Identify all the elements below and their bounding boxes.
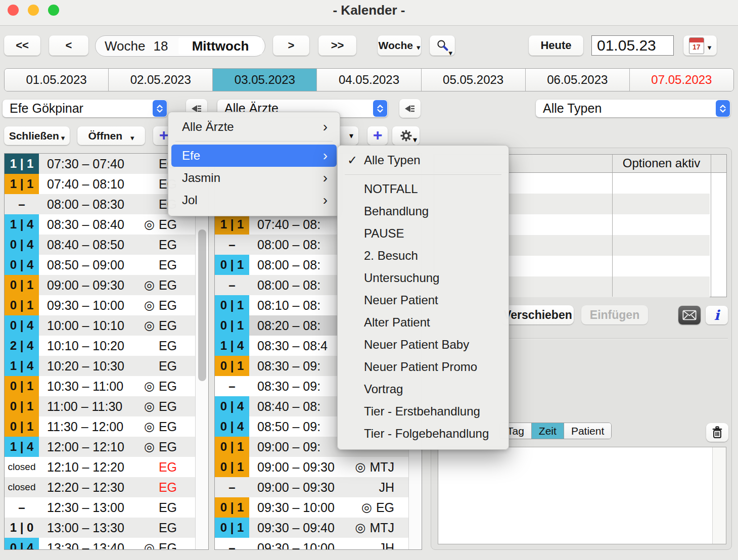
menu-item-jasmin[interactable]: Jasmin› xyxy=(171,167,337,189)
date-tab[interactable]: 02.05.2023 xyxy=(109,69,213,91)
today-label: Heute xyxy=(540,39,571,52)
date-tab[interactable]: 05.05.2023 xyxy=(422,69,526,91)
slot-count-badge: 1 | 0 xyxy=(5,518,39,538)
slot-row[interactable]: 1 | 412:00 – 12:10◎EG xyxy=(5,437,195,457)
slot-row[interactable]: 0 | 109:30 – 09:40◎MTJ xyxy=(215,518,408,538)
detail-list-area[interactable] xyxy=(438,447,726,544)
menu-item-tier-folgebehandlung[interactable]: Tier - Folgebehandlung xyxy=(341,423,505,445)
date-tab-bar: 01.05.202302.05.202303.05.202304.05.2023… xyxy=(4,68,734,91)
menu-item-neuer-patient[interactable]: Neuer Patient xyxy=(341,289,505,311)
slot-row[interactable]: 0 | 413:30 – 13:40◎EG xyxy=(5,538,195,550)
scrollbar-thumb[interactable] xyxy=(198,229,206,381)
checkmark-icon: ✓ xyxy=(341,153,364,167)
slot-row[interactable]: closed12:20 – 12:30EG xyxy=(5,477,195,497)
prev-day-button[interactable]: < xyxy=(49,35,88,56)
slot-row[interactable]: 2 | 410:10 – 10:20EG xyxy=(5,336,195,356)
room-label: EG xyxy=(159,480,177,495)
type-filter-popup[interactable]: Alle Typen xyxy=(536,100,730,117)
menu-item-untersuchung[interactable]: Untersuchung xyxy=(341,267,505,289)
bullseye-icon: ◎ xyxy=(144,440,155,454)
menu-item-notfall[interactable]: NOTFALL xyxy=(341,178,505,200)
menu-item-efe[interactable]: Efe› xyxy=(171,145,337,167)
slot-row[interactable]: –09:30 – 10:00JH xyxy=(215,538,408,550)
menu-item-vortrag[interactable]: Vortrag xyxy=(341,378,505,400)
slot-time: 11:30 – 12:00 xyxy=(47,419,123,434)
slot-row[interactable]: 1 | 408:30 – 08:40◎EG xyxy=(5,214,195,235)
menu-item-neuer-patient-promo[interactable]: Neuer Patient Promo xyxy=(341,356,505,378)
settings-button[interactable]: ▾ xyxy=(392,126,420,145)
add-slot-button-2[interactable]: + xyxy=(367,126,388,145)
next-day-button[interactable]: > xyxy=(273,35,309,56)
search-button[interactable]: ▾ xyxy=(430,35,455,56)
prev-week-button[interactable]: << xyxy=(4,35,40,56)
slot-row[interactable]: 1 | 410:20 – 10:30EG xyxy=(5,356,195,376)
slot-row[interactable]: 1 | 107:40 – 08:10EG xyxy=(5,174,195,194)
room-label: EG xyxy=(159,359,177,374)
slot-row-right: ◎EG xyxy=(144,419,195,434)
slot-count-badge: 0 | 1 xyxy=(215,497,249,518)
week-view-dropdown[interactable]: Woche ▾ xyxy=(378,35,421,56)
menu-item-alter-patient[interactable]: Alter Patient xyxy=(341,311,505,334)
today-button[interactable]: Heute xyxy=(529,35,583,56)
date-tab[interactable]: 01.05.2023 xyxy=(5,69,109,91)
slot-row[interactable]: 1 | 107:30 – 07:40EG xyxy=(5,154,195,174)
menu-item-jol[interactable]: Jol› xyxy=(171,189,337,211)
slot-row-right: ◎EG xyxy=(144,217,195,232)
slot-row[interactable]: 0 | 109:00 – 09:30◎MTJ xyxy=(215,457,408,477)
menu-item-tier-erstbehandlung[interactable]: Tier - Erstbehandlung xyxy=(341,400,505,423)
calendar-picker-button[interactable]: 17 ▾ xyxy=(683,35,717,56)
move-button[interactable]: Verschieben xyxy=(502,305,574,324)
slot-row[interactable]: 0 | 109:30 – 10:00◎EG xyxy=(215,497,408,518)
slot-row[interactable]: 0 | 408:50 – 09:00EG xyxy=(5,255,195,275)
jump-back-button-2[interactable] xyxy=(399,99,421,118)
menu-item-pause[interactable]: PAUSE xyxy=(341,222,505,245)
app-window: - Kalender - << < Woche 18 Mittwoch > >>… xyxy=(0,0,738,560)
date-input[interactable] xyxy=(591,35,674,56)
slot-row[interactable]: 1 | 013:00 – 13:30EG xyxy=(5,518,195,538)
slot-row[interactable]: 0 | 111:30 – 12:00◎EG xyxy=(5,416,195,437)
weekday-field: Mittwoch xyxy=(178,37,262,55)
slot-row[interactable]: 0 | 110:30 – 11:00◎EG xyxy=(5,376,195,396)
slot-row[interactable]: –12:30 – 13:00EG xyxy=(5,497,195,518)
info-button[interactable]: i xyxy=(706,306,728,324)
slot-count-badge: – xyxy=(215,275,249,295)
view-tab-patient[interactable]: Patient xyxy=(564,423,611,439)
slot-row[interactable]: –09:00 – 09:30JH xyxy=(215,477,408,497)
delete-button[interactable] xyxy=(706,423,728,442)
plus-icon: + xyxy=(159,127,169,143)
slot-count-badge: 0 | 4 xyxy=(215,396,249,416)
slot-count-badge: 0 | 1 xyxy=(5,396,39,416)
slot-row[interactable]: 0 | 111:00 – 11:30◎EG xyxy=(5,396,195,416)
mail-button[interactable] xyxy=(678,306,701,324)
open-column-button[interactable]: Öffnen ▾ xyxy=(77,126,145,145)
date-tab[interactable]: 06.05.2023 xyxy=(526,69,630,91)
envelope-icon xyxy=(682,310,697,320)
slot-time: 09:00 – 09: xyxy=(257,440,320,454)
menu-item-behandlung[interactable]: Behandlung xyxy=(341,200,505,222)
date-tab[interactable]: 03.05.2023 xyxy=(213,69,317,91)
slot-row[interactable]: –08:00 – 08:30EG xyxy=(5,194,195,214)
slot-row[interactable]: 0 | 109:30 – 10:00◎EG xyxy=(5,295,195,315)
menu-item-2-besuch[interactable]: 2. Besuch xyxy=(341,245,505,267)
menu-item-label: Alter Patient xyxy=(364,315,430,330)
menu-item-neuer-patient-baby[interactable]: Neuer Patient Baby xyxy=(341,334,505,356)
slot-row[interactable]: 0 | 109:00 – 09:30◎EG xyxy=(5,275,195,295)
close-column-button[interactable]: Schließen ▾ xyxy=(4,126,70,145)
slot-row-right: EG xyxy=(159,460,195,475)
insert-button[interactable]: Einfügen xyxy=(581,305,648,324)
slot-row[interactable]: 0 | 410:00 – 10:10◎EG xyxy=(5,315,195,336)
menu-item-alle-rzte[interactable]: Alle Ärzte› xyxy=(171,116,337,138)
caret-down-icon: ▾ xyxy=(413,135,417,145)
doctor-popup[interactable]: Efe Gökpinar xyxy=(3,100,167,117)
view-tab-zeit[interactable]: Zeit xyxy=(532,423,564,439)
menu-item-alle-typen[interactable]: ✓Alle Typen xyxy=(341,149,505,171)
date-tab[interactable]: 07.05.2023 xyxy=(630,69,733,91)
room-label: EG xyxy=(159,217,177,232)
slot-row[interactable]: closed12:10 – 12:20EG xyxy=(5,457,195,477)
slot-row[interactable]: 0 | 408:40 – 08:50EG xyxy=(5,235,195,255)
date-tab[interactable]: 04.05.2023 xyxy=(317,69,421,91)
column-divider xyxy=(612,155,613,297)
next-week-button[interactable]: >> xyxy=(318,35,356,56)
next-week-label: >> xyxy=(331,39,344,52)
open-label: Öffnen xyxy=(88,130,122,142)
